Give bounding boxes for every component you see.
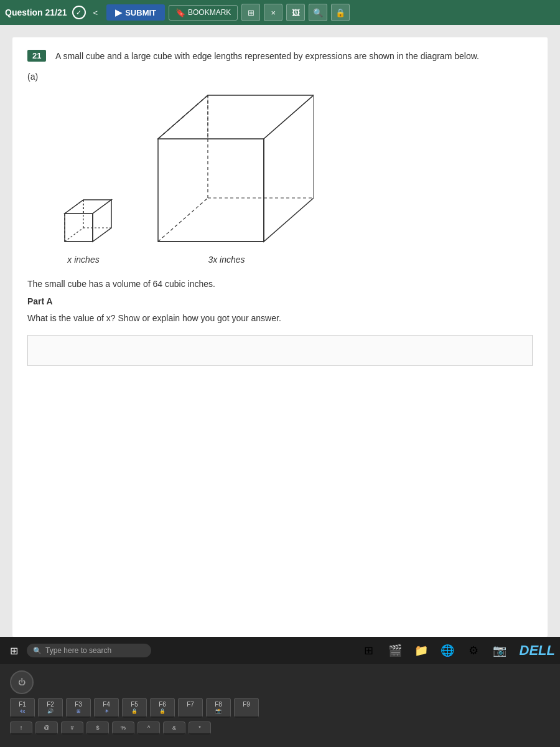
question-title: A small cube and a large cube with edge … — [55, 51, 479, 61]
diagram-container: x inches — [52, 89, 533, 265]
f9-key[interactable]: F9 — [234, 698, 259, 718]
small-cube-label: x inches — [67, 255, 99, 265]
large-cube-label: 3x inches — [208, 255, 245, 265]
start-button[interactable]: ⊞ — [5, 642, 23, 659]
f8-key[interactable]: F8📸 — [206, 698, 231, 718]
toolbar-left: Question 21/21 ✓ < — [5, 6, 103, 20]
keyboard-area: ⏻ F14x F2🔊 F3⊞ F4☀ F5🔒 F6🔒 F7 F8📸 F9 ! @… — [0, 664, 560, 747]
f3-key[interactable]: F3⊞ — [66, 698, 91, 718]
f4-key[interactable]: F4☀ — [94, 698, 119, 718]
search-icon-button[interactable]: 🔍 — [309, 4, 327, 21]
part-a-question: What is the value of x? Show or explain … — [27, 311, 533, 325]
percent-key[interactable]: % — [112, 721, 134, 735]
submit-button[interactable]: ▶ SUBMIT — [106, 4, 165, 21]
taskbar-chrome-icon[interactable]: ⚙ — [462, 639, 485, 662]
at-key[interactable]: @ — [35, 721, 58, 735]
lock-icon-button[interactable]: 🔒 — [331, 4, 350, 21]
dollar-key[interactable]: $ — [86, 721, 109, 735]
f6-key[interactable]: F6🔒 — [150, 698, 175, 718]
power-button[interactable]: ⏻ — [10, 670, 34, 694]
close-icon-button[interactable]: × — [264, 4, 282, 21]
caret-key[interactable]: ^ — [138, 721, 160, 735]
taskbar-browser-icon[interactable]: 🌐 — [436, 639, 459, 662]
amp-key[interactable]: & — [163, 721, 185, 735]
image-icon-button[interactable]: 🖼 — [286, 4, 305, 21]
symbol-row: ! @ # $ % ^ & * — [10, 721, 550, 735]
search-bar[interactable]: 🔍 Type here to search — [27, 644, 151, 657]
f7-key[interactable]: F7 — [178, 698, 203, 718]
power-row: ⏻ — [10, 670, 550, 694]
nav-back-button[interactable]: < — [88, 6, 103, 20]
f2-key[interactable]: F2🔊 — [38, 698, 63, 718]
question-label: Question 21/21 — [5, 7, 67, 17]
taskbar-media-icon[interactable]: 🎬 — [384, 639, 406, 662]
question-card: 21 A small cube and a large cube with ed… — [12, 37, 548, 637]
taskbar-camera-icon[interactable]: 📷 — [488, 639, 511, 662]
f1-key[interactable]: F14x — [10, 698, 35, 718]
small-cube-wrapper: x inches — [52, 189, 114, 265]
toolbar: Question 21/21 ✓ < ▶ SUBMIT 🔖 BOOKMARK ⊞… — [0, 0, 560, 25]
check-circle-icon: ✓ — [72, 6, 86, 19]
taskbar-grid-icon[interactable]: ⊞ — [358, 639, 380, 662]
part-label: (a) — [27, 72, 533, 82]
question-number-badge: 21 — [27, 50, 46, 62]
part-a-label: Part A — [27, 296, 533, 306]
fn-key-row: F14x F2🔊 F3⊞ F4☀ F5🔒 F6🔒 F7 F8📸 F9 — [10, 698, 550, 718]
volume-text: The small cube has a volume of 64 cubic … — [27, 277, 533, 291]
taskbar: ⊞ 🔍 Type here to search ⊞ 🎬 📁 🌐 ⚙ 📷 DELL — [0, 637, 560, 664]
content-area: 21 A small cube and a large cube with ed… — [0, 25, 560, 637]
f5-key[interactable]: F5🔒 — [122, 698, 147, 718]
taskbar-folder-icon[interactable]: 📁 — [410, 639, 432, 662]
exclaim-key[interactable]: ! — [10, 721, 32, 735]
small-cube-svg — [52, 189, 114, 251]
grid-icon-button[interactable]: ⊞ — [241, 4, 260, 21]
star-key[interactable]: * — [189, 721, 211, 735]
dell-logo: DELL — [520, 642, 555, 659]
bookmark-button[interactable]: 🔖 BOOKMARK — [169, 5, 238, 21]
question-header: 21 A small cube and a large cube with ed… — [27, 50, 533, 62]
large-cube-wrapper: 3x inches — [139, 89, 314, 265]
hash-key[interactable]: # — [61, 721, 83, 735]
svg-rect-11 — [158, 139, 264, 242]
answer-area[interactable] — [27, 335, 533, 366]
large-cube-svg — [139, 89, 314, 251]
